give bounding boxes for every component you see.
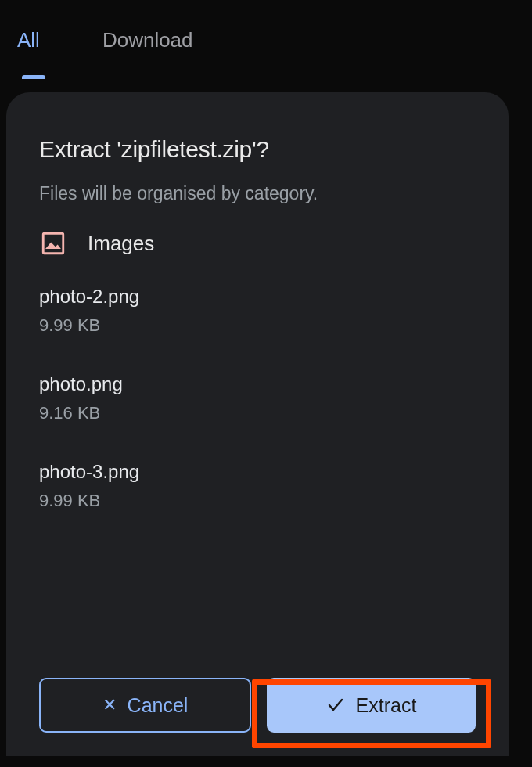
cancel-button[interactable]: ✕ Cancel [39, 678, 251, 733]
dialog-title: Extract 'zipfiletest.zip'? [39, 136, 476, 163]
list-item: photo-3.png 9.99 KB [39, 461, 476, 511]
file-size: 9.16 KB [39, 403, 476, 423]
extract-dialog: Extract 'zipfiletest.zip'? Files will be… [6, 92, 509, 756]
image-icon [39, 229, 67, 257]
svg-rect-0 [43, 233, 63, 254]
file-size: 9.99 KB [39, 315, 476, 336]
tab-download[interactable]: Download [102, 28, 193, 63]
dialog-button-row: ✕ Cancel Extract [39, 654, 476, 733]
file-name: photo-3.png [39, 461, 476, 483]
file-list: photo-2.png 9.99 KB photo.png 9.16 KB ph… [39, 286, 476, 511]
file-name: photo.png [39, 373, 476, 395]
category-row: Images [39, 229, 476, 257]
list-item: photo.png 9.16 KB [39, 373, 476, 423]
tab-bar: All Download [0, 0, 532, 79]
extract-button[interactable]: Extract [267, 678, 476, 733]
list-item: photo-2.png 9.99 KB [39, 286, 476, 336]
file-name: photo-2.png [39, 286, 476, 308]
category-label: Images [88, 232, 154, 256]
extract-button-label: Extract [356, 694, 417, 717]
tab-all[interactable]: All [17, 28, 40, 63]
check-icon [326, 696, 345, 715]
close-icon: ✕ [102, 697, 117, 714]
cancel-button-label: Cancel [128, 694, 189, 717]
dialog-subtitle: Files will be organised by category. [39, 183, 476, 204]
file-size: 9.99 KB [39, 491, 476, 511]
